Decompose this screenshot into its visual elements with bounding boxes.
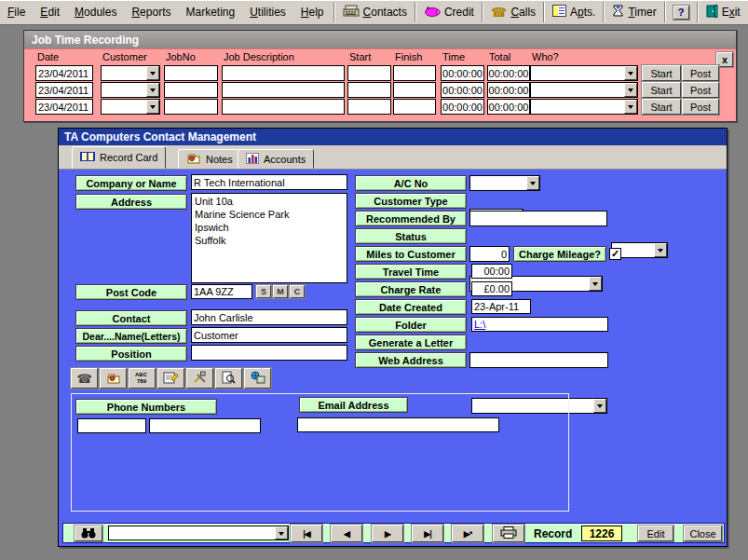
miles-field[interactable]: 0 xyxy=(469,246,510,262)
job-total-field[interactable]: 00:00:00 xyxy=(487,65,530,81)
job-date-field[interactable]: 23/04/2011 xyxy=(35,99,93,115)
job-jobno-field[interactable] xyxy=(164,65,218,81)
job-customer-combo[interactable] xyxy=(101,82,160,98)
notes-button[interactable] xyxy=(100,368,127,389)
chevron-down-icon[interactable] xyxy=(593,399,606,413)
apts-button[interactable]: Apts. xyxy=(547,1,601,23)
record-number-field[interactable]: 1226 xyxy=(581,526,622,541)
job-finish-field[interactable] xyxy=(393,65,436,81)
main-window-titlebar[interactable]: TA Computers Contact Management xyxy=(59,129,727,145)
job-description-field[interactable] xyxy=(222,65,345,81)
dear-name-field[interactable]: Customer xyxy=(191,327,347,343)
menu-file[interactable]: File xyxy=(0,0,33,24)
print-button[interactable] xyxy=(493,525,524,542)
job-customer-combo[interactable] xyxy=(101,99,160,115)
web-address-field[interactable] xyxy=(469,352,608,368)
dial-phone-button[interactable]: ☎ xyxy=(71,368,98,389)
close-button[interactable]: Close xyxy=(684,526,722,541)
travel-time-field[interactable]: 00:00 xyxy=(471,264,512,279)
job-window-titlebar[interactable]: Job Time Recording xyxy=(24,31,736,48)
job-who-combo[interactable] xyxy=(530,99,638,115)
postcode-c-button[interactable]: C xyxy=(290,285,305,298)
job-time-field[interactable]: 00:00:00 xyxy=(441,82,484,98)
tab-record-card[interactable]: Record Card xyxy=(72,146,166,169)
job-post-button[interactable]: Post xyxy=(682,65,719,81)
menu-utilities[interactable]: Utilities xyxy=(242,0,293,24)
job-description-field[interactable] xyxy=(222,99,345,115)
nav-next-button[interactable]: ▶ xyxy=(372,525,403,542)
job-start-button[interactable]: Start xyxy=(642,82,681,98)
job-start-field[interactable] xyxy=(347,99,391,115)
timer-button[interactable]: Timer xyxy=(606,1,661,23)
job-description-field[interactable] xyxy=(222,82,345,98)
nav-new-record-button[interactable]: ▶* xyxy=(452,525,483,542)
email-field[interactable] xyxy=(297,417,499,432)
menu-marketing[interactable]: Marketing xyxy=(178,0,242,24)
job-post-button[interactable]: Post xyxy=(682,82,719,98)
position-field[interactable] xyxy=(191,345,347,361)
ac-no-combo[interactable] xyxy=(469,175,540,191)
job-post-button[interactable]: Post xyxy=(682,99,719,115)
nav-first-button[interactable]: |◀ xyxy=(291,525,322,542)
chevron-down-icon[interactable] xyxy=(654,243,667,257)
job-customer-combo[interactable] xyxy=(101,65,160,81)
menu-edit[interactable]: Edit xyxy=(33,0,67,24)
print-preview-button[interactable] xyxy=(215,368,242,389)
address-field[interactable]: Unit 10a Marine Science Park Ipswich Suf… xyxy=(191,193,347,283)
chevron-down-icon[interactable] xyxy=(624,83,637,97)
charge-mileage-checkbox[interactable]: ✓ xyxy=(609,248,621,260)
chevron-down-icon[interactable] xyxy=(146,83,159,97)
folder-link[interactable]: L:\ xyxy=(474,319,485,330)
folder-field[interactable]: L:\ xyxy=(471,317,608,332)
menu-reports[interactable]: Reports xyxy=(124,0,178,24)
postcode-field[interactable]: 1AA 9ZZ xyxy=(191,284,252,299)
chevron-down-icon[interactable] xyxy=(589,277,602,291)
job-start-field[interactable] xyxy=(347,65,391,81)
abc-789-button[interactable]: ABC789 xyxy=(129,368,156,389)
company-field[interactable]: R Tech International xyxy=(191,174,347,190)
contact-field[interactable]: John Carlisle xyxy=(191,309,347,325)
nav-previous-button[interactable]: ◀ xyxy=(331,525,362,542)
job-finish-field[interactable] xyxy=(393,99,436,115)
job-total-field[interactable]: 00:00:00 xyxy=(487,82,530,98)
chevron-down-icon[interactable] xyxy=(146,100,159,114)
edit-button[interactable]: Edit xyxy=(638,526,673,541)
job-start-button[interactable]: Start xyxy=(642,65,681,81)
web-calc-button[interactable] xyxy=(244,368,271,389)
chevron-down-icon[interactable] xyxy=(624,66,637,80)
menu-help[interactable]: Help xyxy=(293,0,332,24)
job-jobno-field[interactable] xyxy=(164,99,218,115)
tab-notes[interactable]: Notes xyxy=(178,149,241,169)
tools-button[interactable] xyxy=(186,368,213,389)
job-who-combo[interactable] xyxy=(530,65,638,81)
chevron-down-icon[interactable] xyxy=(275,526,288,540)
phone-field-2[interactable] xyxy=(149,418,261,433)
chevron-down-icon[interactable] xyxy=(526,176,539,190)
credit-button[interactable]: Credit xyxy=(418,1,480,23)
charge-rate-field[interactable]: £0.00 xyxy=(471,281,512,296)
job-finish-field[interactable] xyxy=(393,82,436,98)
job-date-field[interactable]: 23/04/2011 xyxy=(35,82,93,98)
recommended-by-field[interactable] xyxy=(469,211,607,226)
phone-field-1[interactable] xyxy=(77,418,146,433)
job-start-button[interactable]: Start xyxy=(642,99,681,115)
contacts-button[interactable]: Contacts xyxy=(337,1,413,23)
calls-button[interactable]: ☎ Calls xyxy=(485,1,541,23)
exit-button[interactable]: Exit xyxy=(700,1,746,23)
search-button[interactable] xyxy=(75,526,102,541)
job-time-field[interactable]: 00:00:00 xyxy=(441,99,484,115)
postcode-s-button[interactable]: S xyxy=(256,285,271,298)
job-total-field[interactable]: 00:00:00 xyxy=(487,99,530,115)
postcode-m-button[interactable]: M xyxy=(273,285,288,298)
chevron-down-icon[interactable] xyxy=(624,100,637,114)
date-created-field[interactable]: 23-Apr-11 xyxy=(471,299,531,314)
job-date-field[interactable]: 23/04/2011 xyxy=(35,65,93,81)
tab-accounts[interactable]: Accounts xyxy=(238,149,314,169)
edit-form-button[interactable] xyxy=(157,368,184,389)
job-who-combo[interactable] xyxy=(530,82,638,98)
chevron-down-icon[interactable] xyxy=(146,66,159,80)
job-jobno-field[interactable] xyxy=(164,82,218,98)
nav-last-button[interactable]: ▶| xyxy=(412,525,443,542)
search-combo[interactable] xyxy=(108,526,289,540)
help-button[interactable]: ? xyxy=(668,1,695,23)
